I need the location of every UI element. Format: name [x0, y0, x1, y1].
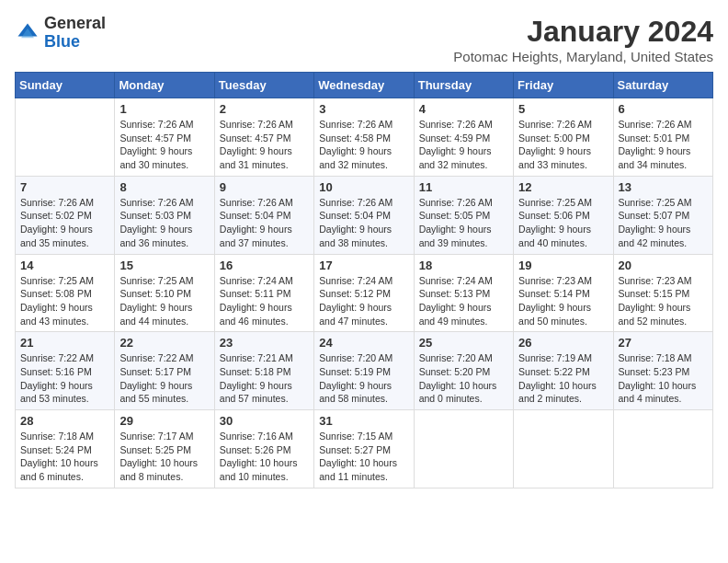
calendar-day-cell: 27Sunrise: 7:18 AMSunset: 5:23 PMDayligh…	[613, 332, 712, 410]
calendar-day-cell: 25Sunrise: 7:20 AMSunset: 5:20 PMDayligh…	[414, 332, 513, 410]
weekday-header-cell: Sunday	[16, 73, 115, 98]
day-info: Sunrise: 7:26 AMSunset: 4:59 PMDaylight:…	[419, 118, 508, 172]
calendar-day-cell: 14Sunrise: 7:25 AMSunset: 5:08 PMDayligh…	[16, 254, 115, 332]
calendar-day-cell: 1Sunrise: 7:26 AMSunset: 4:57 PMDaylight…	[115, 98, 214, 177]
day-number: 22	[119, 336, 209, 350]
calendar-day-cell: 15Sunrise: 7:25 AMSunset: 5:10 PMDayligh…	[115, 254, 214, 332]
day-number: 12	[518, 180, 608, 194]
calendar-day-cell: 4Sunrise: 7:26 AMSunset: 4:59 PMDaylight…	[414, 98, 513, 177]
calendar-body: 1Sunrise: 7:26 AMSunset: 4:57 PMDaylight…	[16, 98, 713, 488]
day-number: 9	[220, 180, 309, 194]
logo: General Blue	[15, 15, 106, 52]
day-info: Sunrise: 7:22 AMSunset: 5:17 PMDaylight:…	[119, 351, 209, 406]
day-info: Sunrise: 7:16 AMSunset: 5:26 PMDaylight:…	[220, 430, 309, 484]
day-number: 4	[419, 102, 508, 116]
day-info: Sunrise: 7:23 AMSunset: 5:15 PMDaylight:…	[619, 274, 708, 328]
logo-blue: Blue	[44, 32, 80, 51]
day-number: 1	[119, 102, 209, 116]
calendar-week-row: 14Sunrise: 7:25 AMSunset: 5:08 PMDayligh…	[16, 254, 713, 332]
day-number: 21	[20, 336, 109, 350]
day-info: Sunrise: 7:18 AMSunset: 5:24 PMDaylight:…	[20, 430, 109, 484]
day-number: 7	[20, 180, 109, 194]
day-info: Sunrise: 7:18 AMSunset: 5:23 PMDaylight:…	[619, 351, 708, 406]
calendar-week-row: 21Sunrise: 7:22 AMSunset: 5:16 PMDayligh…	[16, 332, 713, 410]
day-number: 15	[119, 259, 209, 272]
day-info: Sunrise: 7:24 AMSunset: 5:12 PMDaylight:…	[319, 274, 408, 328]
day-info: Sunrise: 7:22 AMSunset: 5:16 PMDaylight:…	[20, 351, 109, 406]
calendar-day-cell	[514, 410, 613, 488]
calendar-day-cell: 24Sunrise: 7:20 AMSunset: 5:19 PMDayligh…	[314, 332, 414, 410]
day-info: Sunrise: 7:20 AMSunset: 5:19 PMDaylight:…	[319, 351, 408, 406]
day-number: 25	[419, 336, 508, 350]
day-info: Sunrise: 7:19 AMSunset: 5:22 PMDaylight:…	[518, 351, 608, 406]
day-info: Sunrise: 7:26 AMSunset: 4:57 PMDaylight:…	[119, 118, 209, 172]
calendar-day-cell: 31Sunrise: 7:15 AMSunset: 5:27 PMDayligh…	[314, 410, 414, 488]
calendar-day-cell	[613, 410, 712, 488]
day-number: 16	[220, 259, 309, 272]
calendar-day-cell	[16, 98, 115, 177]
calendar-week-row: 28Sunrise: 7:18 AMSunset: 5:24 PMDayligh…	[16, 410, 713, 488]
calendar-day-cell: 6Sunrise: 7:26 AMSunset: 5:01 PMDaylight…	[613, 98, 712, 177]
day-number: 6	[619, 102, 708, 116]
logo-general: General	[44, 14, 106, 32]
day-number: 18	[419, 259, 508, 272]
day-number: 20	[619, 259, 708, 272]
day-info: Sunrise: 7:25 AMSunset: 5:07 PMDaylight:…	[619, 196, 708, 250]
location: Potomac Heights, Maryland, United States	[453, 49, 713, 64]
day-number: 26	[518, 336, 608, 350]
day-number: 23	[220, 336, 309, 350]
calendar-day-cell: 30Sunrise: 7:16 AMSunset: 5:26 PMDayligh…	[214, 410, 313, 488]
calendar-day-cell: 18Sunrise: 7:24 AMSunset: 5:13 PMDayligh…	[414, 254, 513, 332]
day-info: Sunrise: 7:26 AMSunset: 5:05 PMDaylight:…	[419, 196, 508, 250]
day-info: Sunrise: 7:26 AMSunset: 4:58 PMDaylight:…	[319, 118, 408, 172]
calendar-week-row: 1Sunrise: 7:26 AMSunset: 4:57 PMDaylight…	[16, 98, 713, 177]
weekday-header-cell: Wednesday	[314, 73, 414, 98]
day-number: 29	[119, 414, 209, 428]
calendar-day-cell: 7Sunrise: 7:26 AMSunset: 5:02 PMDaylight…	[16, 176, 115, 254]
calendar-day-cell: 19Sunrise: 7:23 AMSunset: 5:14 PMDayligh…	[514, 254, 613, 332]
logo-text: General Blue	[44, 15, 106, 52]
day-info: Sunrise: 7:26 AMSunset: 5:01 PMDaylight:…	[619, 118, 708, 172]
day-info: Sunrise: 7:26 AMSunset: 5:00 PMDaylight:…	[518, 118, 608, 172]
day-info: Sunrise: 7:26 AMSunset: 5:03 PMDaylight:…	[119, 196, 209, 250]
day-number: 31	[319, 414, 408, 428]
day-info: Sunrise: 7:26 AMSunset: 4:57 PMDaylight:…	[220, 118, 309, 172]
day-number: 19	[518, 259, 608, 272]
calendar-day-cell: 9Sunrise: 7:26 AMSunset: 5:04 PMDaylight…	[214, 176, 313, 254]
day-info: Sunrise: 7:21 AMSunset: 5:18 PMDaylight:…	[220, 351, 309, 406]
day-number: 14	[20, 259, 109, 272]
calendar-day-cell: 29Sunrise: 7:17 AMSunset: 5:25 PMDayligh…	[115, 410, 214, 488]
logo-icon	[15, 20, 40, 46]
day-number: 30	[220, 414, 309, 428]
day-number: 24	[319, 336, 408, 350]
day-number: 13	[619, 180, 708, 194]
day-number: 17	[319, 259, 408, 272]
weekday-header-cell: Tuesday	[214, 73, 313, 98]
day-info: Sunrise: 7:23 AMSunset: 5:14 PMDaylight:…	[518, 274, 608, 328]
day-info: Sunrise: 7:17 AMSunset: 5:25 PMDaylight:…	[119, 430, 209, 484]
page-header: General Blue January 2024 Potomac Height…	[15, 15, 713, 64]
calendar-day-cell: 8Sunrise: 7:26 AMSunset: 5:03 PMDaylight…	[115, 176, 214, 254]
day-number: 5	[518, 102, 608, 116]
calendar-table: SundayMondayTuesdayWednesdayThursdayFrid…	[15, 72, 713, 488]
weekday-header-row: SundayMondayTuesdayWednesdayThursdayFrid…	[16, 73, 713, 98]
day-number: 11	[419, 180, 508, 194]
day-info: Sunrise: 7:25 AMSunset: 5:10 PMDaylight:…	[119, 274, 209, 328]
calendar-day-cell	[414, 410, 513, 488]
calendar-day-cell: 22Sunrise: 7:22 AMSunset: 5:17 PMDayligh…	[115, 332, 214, 410]
calendar-day-cell: 12Sunrise: 7:25 AMSunset: 5:06 PMDayligh…	[514, 176, 613, 254]
day-number: 2	[220, 102, 309, 116]
calendar-day-cell: 13Sunrise: 7:25 AMSunset: 5:07 PMDayligh…	[613, 176, 712, 254]
day-number: 27	[619, 336, 708, 350]
day-info: Sunrise: 7:25 AMSunset: 5:08 PMDaylight:…	[20, 274, 109, 328]
day-number: 10	[319, 180, 408, 194]
weekday-header-cell: Friday	[514, 73, 613, 98]
calendar-day-cell: 26Sunrise: 7:19 AMSunset: 5:22 PMDayligh…	[514, 332, 613, 410]
calendar-day-cell: 2Sunrise: 7:26 AMSunset: 4:57 PMDaylight…	[214, 98, 313, 177]
day-info: Sunrise: 7:26 AMSunset: 5:04 PMDaylight:…	[319, 196, 408, 250]
day-number: 28	[20, 414, 109, 428]
day-info: Sunrise: 7:26 AMSunset: 5:02 PMDaylight:…	[20, 196, 109, 250]
calendar-day-cell: 10Sunrise: 7:26 AMSunset: 5:04 PMDayligh…	[314, 176, 414, 254]
calendar-day-cell: 3Sunrise: 7:26 AMSunset: 4:58 PMDaylight…	[314, 98, 414, 177]
calendar-week-row: 7Sunrise: 7:26 AMSunset: 5:02 PMDaylight…	[16, 176, 713, 254]
